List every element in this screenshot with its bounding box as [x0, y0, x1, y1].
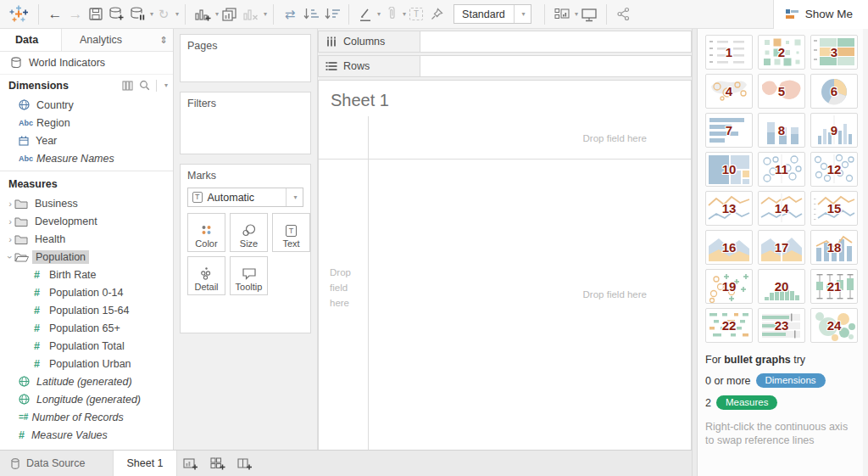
measure-population-0-14[interactable]: # Population 0-14 — [0, 283, 173, 301]
new-worksheet-button[interactable] — [192, 3, 214, 26]
showme-heat-map[interactable]: 2 — [758, 35, 805, 70]
columns-shelf[interactable]: Columns — [318, 31, 692, 53]
measure-population-total[interactable]: # Population Total — [0, 337, 173, 355]
chevron-right-icon[interactable]: › — [6, 199, 14, 209]
showme-symbol-map[interactable]: 4 — [705, 74, 753, 109]
showme-continuous-lines[interactable]: 13 — [705, 191, 753, 226]
new-worksheet-tab-button[interactable] — [177, 451, 204, 476]
view-data-icon[interactable] — [122, 81, 133, 91]
color-button[interactable]: Color — [187, 213, 225, 252]
rows-shelf-dropzone[interactable] — [420, 55, 692, 77]
dimension-measure-names[interactable]: Abc Measure Names — [0, 149, 173, 167]
new-story-tab-button[interactable] — [231, 451, 259, 476]
showme-dual-combination[interactable]: 18 — [810, 230, 858, 265]
showme-dual-lines[interactable]: 15 — [810, 191, 858, 226]
sort-descending-button[interactable] — [321, 3, 342, 26]
showme-treemap[interactable]: 10 — [705, 152, 753, 187]
showme-discrete-area[interactable]: 17 — [758, 230, 805, 265]
showme-discrete-lines[interactable]: 14 — [758, 191, 805, 226]
detail-button[interactable]: Detail — [187, 256, 225, 295]
data-source-tab[interactable]: Data Source — [0, 451, 99, 476]
showme-horizontal-bars[interactable]: 7 — [705, 113, 753, 148]
pause-auto-updates-button[interactable] — [127, 3, 148, 26]
save-button[interactable] — [86, 3, 106, 26]
fix-axes-button[interactable] — [426, 3, 447, 26]
showme-gantt[interactable]: 22 — [705, 308, 753, 343]
pages-shelf[interactable]: Pages — [180, 34, 311, 82]
drop-field-top[interactable]: Drop field here — [583, 133, 647, 143]
run-update-button[interactable]: ↻ — [153, 3, 174, 26]
showme-circle-views[interactable]: 11 — [758, 152, 805, 187]
show-mark-labels-button[interactable]: T — [406, 3, 426, 26]
mark-type-caret-icon[interactable]: ▾ — [286, 188, 303, 206]
measure-folder-development[interactable]: › Development — [0, 212, 173, 230]
chevron-right-icon[interactable]: › — [6, 234, 14, 244]
dimension-country[interactable]: Country — [0, 96, 173, 114]
chevron-down-icon[interactable]: › — [5, 253, 15, 261]
sheet-tab[interactable]: Sheet 1 — [113, 451, 176, 476]
share-button[interactable] — [613, 3, 633, 26]
measure-latitude-generated[interactable]: Latitude (generated) — [0, 372, 173, 390]
duplicate-sheet-button[interactable] — [219, 3, 240, 26]
showme-text-table[interactable]: 1 — [705, 35, 753, 70]
filters-shelf[interactable]: Filters — [180, 92, 311, 154]
clear-sheet-button[interactable] — [240, 3, 262, 26]
size-button[interactable]: Size — [230, 213, 268, 252]
drop-field-main[interactable]: Drop field here — [583, 289, 647, 300]
rows-shelf[interactable]: Rows — [318, 55, 692, 77]
tableau-logo-icon[interactable] — [5, 3, 32, 26]
mark-type-dropdown[interactable]: T Automatic ▾ — [187, 188, 303, 207]
text-button[interactable]: T Text — [272, 213, 310, 252]
showme-pie-chart[interactable]: 6 — [810, 74, 858, 109]
search-icon[interactable] — [139, 80, 150, 91]
showme-side-by-side-circles[interactable]: 12 — [810, 152, 858, 187]
measure-population-urban[interactable]: # Population Urban — [0, 355, 173, 372]
fit-selector-caret-icon[interactable]: ▾ — [514, 5, 531, 23]
swap-rows-columns-button[interactable]: ⇄ — [280, 3, 300, 26]
columns-shelf-dropzone[interactable] — [420, 31, 692, 53]
showme-box-and-whisker[interactable]: 21 — [810, 269, 858, 304]
measure-number-of-records[interactable]: =# Number of Records — [0, 408, 173, 426]
fit-selector[interactable]: Standard ▾ — [453, 4, 531, 24]
showme-stacked-bars[interactable]: 8 — [758, 113, 805, 148]
chevron-right-icon[interactable]: › — [6, 216, 14, 227]
measure-measure-values[interactable]: # Measure Values — [0, 426, 173, 444]
new-data-source-button[interactable] — [106, 3, 127, 26]
measure-longitude-generated[interactable]: Longitude (generated) — [0, 390, 173, 408]
measure-folder-health[interactable]: › Health — [0, 230, 173, 248]
dimension-region[interactable]: Abc Region — [0, 114, 173, 132]
show-hide-cards-button[interactable] — [551, 3, 573, 26]
measure-population-65[interactable]: # Population 65+ — [0, 319, 173, 337]
showme-highlight-table[interactable]: 3 — [810, 35, 858, 70]
show-me-toggle-button[interactable]: Show Me — [773, 0, 868, 29]
redo-button[interactable]: → — [65, 3, 86, 26]
highlight-button[interactable] — [355, 3, 376, 26]
measure-population-15-64[interactable]: # Population 15-64 — [0, 301, 173, 319]
showme-filled-map[interactable]: 5 — [758, 74, 805, 109]
measure-folder-business[interactable]: › Business — [0, 194, 173, 212]
pane-resize-handle[interactable] — [692, 29, 698, 476]
drop-field-left[interactable]: Drop field here — [330, 266, 360, 311]
tab-data[interactable]: Data — [0, 29, 62, 51]
tab-analytics[interactable]: Analytics — [62, 29, 154, 51]
dimensions-menu-caret-icon[interactable]: ▾ — [164, 81, 168, 89]
showme-bullet-graph[interactable]: 23 — [758, 308, 805, 343]
showme-packed-bubbles[interactable]: 24 — [810, 308, 858, 343]
measure-folder-population[interactable]: › Population — [0, 248, 173, 266]
dimension-year[interactable]: Year — [0, 132, 173, 149]
datasource-item[interactable]: World Indicators — [0, 52, 173, 75]
showme-side-by-side-bars[interactable]: 9 — [810, 113, 858, 148]
showme-histogram[interactable]: 20 — [758, 269, 805, 304]
tooltip-button[interactable]: Tooltip — [230, 256, 268, 295]
swap-panes-icon[interactable]: ⇕ — [154, 29, 173, 51]
run-update-caret-icon[interactable]: ▾ — [175, 10, 179, 18]
showme-scatter-plot[interactable]: 19 — [705, 269, 753, 304]
group-members-button[interactable] — [381, 3, 401, 26]
new-dashboard-tab-button[interactable] — [204, 451, 231, 476]
undo-button[interactable]: ← — [45, 3, 65, 26]
showme-continuous-area[interactable]: 16 — [705, 230, 753, 265]
presentation-mode-button[interactable] — [578, 3, 600, 26]
clear-sheet-caret-icon[interactable]: ▾ — [264, 10, 267, 18]
measure-birth-rate[interactable]: # Birth Rate — [0, 266, 173, 283]
sort-ascending-button[interactable] — [300, 3, 321, 26]
